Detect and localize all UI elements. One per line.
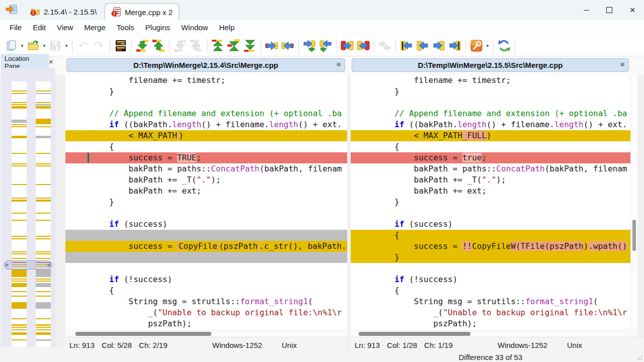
code-line[interactable]: pszPath);	[65, 318, 347, 329]
code-line[interactable]: if (!success)	[351, 274, 630, 285]
location-diff-strip[interactable]	[12, 258, 27, 259]
menu-item-plugins[interactable]: Plugins	[140, 20, 176, 35]
next-conflict-button[interactable]	[172, 37, 188, 54]
previous-conflict-button[interactable]	[188, 37, 204, 54]
maximize-button[interactable]	[598, 0, 621, 20]
menu-item-help[interactable]: Help	[213, 20, 240, 35]
code-line[interactable]: bakPath = paths::ConcatPath(bakPath, fil…	[351, 163, 630, 174]
code-line[interactable]: pszPath);	[351, 318, 630, 329]
code-line[interactable]: bakPath += _T(".");	[351, 174, 630, 186]
location-diff-strip[interactable]	[36, 318, 51, 319]
location-diff-strip[interactable]	[36, 332, 51, 335]
close-button[interactable]: ✕	[621, 0, 644, 20]
code-line[interactable]: filename += timestr;	[351, 75, 630, 86]
left-horizontal-scrollbar-thumb[interactable]	[75, 332, 211, 336]
menu-item-merge[interactable]: Merge	[78, 20, 111, 35]
left-code-editor[interactable]: filename += timestr; } // Append filenam…	[65, 75, 347, 330]
location-diff-strip[interactable]	[12, 198, 27, 199]
options-dropdown-icon[interactable]: ▾	[485, 37, 491, 54]
location-diff-strip[interactable]	[12, 136, 27, 138]
code-line[interactable]: success = CopyFile(pszPath.c_str(), bakP…	[65, 241, 347, 252]
code-line[interactable]: < MAX_PATH_FULL)	[351, 130, 630, 141]
location-diff-strip[interactable]	[12, 220, 27, 221]
save-dropdown-icon[interactable]: ▾	[63, 37, 69, 54]
location-diff-strip[interactable]	[36, 102, 51, 103]
location-diff-strip[interactable]	[12, 90, 27, 92]
right-horizontal-scrollbar[interactable]	[351, 330, 637, 337]
refresh-button[interactable]	[496, 37, 512, 54]
code-line[interactable]: bakPath += ext;	[65, 186, 347, 197]
left-pane-header[interactable]: D:\Temp\WinMerge\2.15.4\Src\Merge.cpp ≡	[66, 58, 345, 72]
undo-button[interactable]: ↶	[75, 37, 91, 54]
location-diff-strip[interactable]	[36, 327, 51, 328]
vertical-scrollbar-thumb[interactable]	[632, 220, 636, 251]
right-horizontal-scrollbar-thumb[interactable]	[359, 332, 470, 336]
code-line[interactable]: {	[351, 285, 630, 296]
code-line[interactable]	[351, 208, 630, 219]
location-diff-strip[interactable]	[12, 283, 27, 287]
code-line[interactable]: bakPath += _T(".");	[65, 174, 347, 186]
location-diff-strip[interactable]	[36, 126, 51, 127]
location-diff-strip[interactable]	[36, 302, 51, 309]
location-diff-strip[interactable]	[12, 332, 27, 335]
first-difference-button[interactable]	[210, 37, 226, 54]
code-line[interactable]: String msg = strutils::format_string1(	[351, 296, 630, 307]
code-line[interactable]: _("Unable to backup original file:\n%1\r	[65, 307, 347, 318]
location-diff-strip[interactable]	[36, 253, 51, 254]
location-view-marker[interactable]	[4, 260, 52, 269]
location-pane-close-icon[interactable]: ✕	[49, 59, 53, 65]
code-line[interactable]	[65, 230, 347, 241]
location-diff-strip[interactable]	[36, 238, 51, 239]
code-line[interactable]	[65, 97, 347, 108]
minimize-button[interactable]	[575, 0, 598, 20]
location-diff-strip[interactable]	[12, 184, 27, 185]
new-file-dropdown-icon[interactable]: ▾	[19, 37, 25, 54]
resize-grip[interactable]	[636, 354, 642, 360]
location-pane-body[interactable]	[1, 68, 55, 347]
code-line[interactable]	[65, 252, 347, 263]
menu-item-tools[interactable]: Tools	[111, 20, 140, 35]
location-diff-strip[interactable]	[12, 324, 27, 326]
previous-difference-button[interactable]	[150, 37, 167, 54]
code-line[interactable]: {	[65, 285, 347, 296]
code-line[interactable]: {	[351, 230, 630, 241]
left-pane-menu-icon[interactable]: ≡	[337, 60, 341, 68]
location-diff-strip[interactable]	[12, 153, 27, 154]
menu-item-edit[interactable]: Edit	[27, 20, 51, 35]
code-line[interactable]: success = !!CopyFileW(TFile(pszPath).wpa…	[351, 241, 630, 252]
location-diff-strip[interactable]	[36, 329, 51, 330]
current-difference-button[interactable]	[226, 37, 242, 54]
location-diff-strip[interactable]	[12, 296, 27, 297]
copy-all-right-button[interactable]	[339, 37, 355, 54]
location-bar-right[interactable]	[36, 81, 51, 356]
code-line[interactable]: success = TRUE;	[65, 152, 347, 163]
code-line[interactable]: String msg = strutils::format_string1(	[65, 296, 347, 307]
code-line[interactable]: _("Unable to backup original file:\n%1\r	[351, 307, 630, 318]
location-diff-strip[interactable]	[36, 339, 51, 341]
location-diff-strip[interactable]	[36, 153, 51, 154]
next-file-button[interactable]	[431, 37, 447, 54]
location-diff-strip[interactable]	[36, 119, 51, 124]
location-diff-strip[interactable]	[36, 104, 51, 106]
code-line[interactable]: // Append filename and extension (+ opti…	[65, 108, 347, 119]
location-diff-strip[interactable]	[36, 184, 51, 185]
auto-merge-button[interactable]	[377, 37, 393, 54]
code-line[interactable]: }	[351, 197, 630, 208]
location-diff-strip[interactable]	[12, 269, 27, 277]
location-diff-strip[interactable]	[12, 124, 27, 125]
location-diff-strip[interactable]	[36, 281, 51, 282]
location-diff-strip[interactable]	[12, 279, 27, 280]
location-diff-strip[interactable]	[36, 90, 51, 92]
copy-right-and-advance-button[interactable]	[301, 37, 317, 54]
location-diff-strip[interactable]	[36, 93, 51, 94]
location-diff-strip[interactable]	[12, 165, 27, 166]
location-diff-strip[interactable]	[36, 220, 51, 221]
last-difference-button[interactable]	[242, 37, 258, 54]
location-diff-strip[interactable]	[12, 236, 27, 237]
location-diff-strip[interactable]	[36, 236, 51, 237]
next-difference-button[interactable]	[134, 37, 150, 54]
location-diff-strip[interactable]	[36, 291, 51, 292]
right-code-editor[interactable]: filename += timestr; } // Append filenam…	[351, 75, 630, 330]
location-diff-strip[interactable]	[36, 163, 51, 164]
menu-item-file[interactable]: File	[4, 20, 27, 35]
